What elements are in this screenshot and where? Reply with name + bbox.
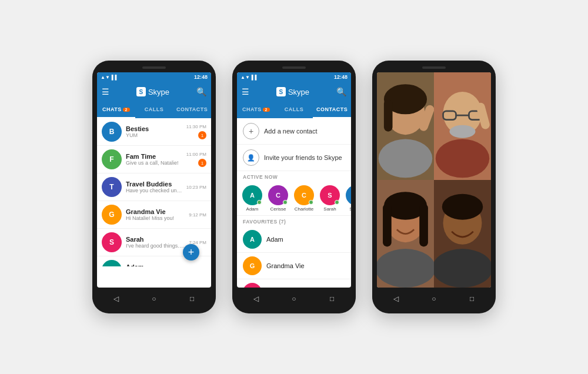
chats-badge-2: 2 [263,108,270,112]
svg-point-19 [377,249,434,288]
add-contact-action[interactable]: + Add a new contact [237,118,351,145]
home-btn-1[interactable]: ○ [148,295,160,303]
logo-area-2: S Skype [253,87,333,96]
svg-rect-18 [419,203,428,246]
add-contact-label: Add a new contact [264,128,318,135]
app-title-2: Skype [288,88,309,96]
invite-friends-action[interactable]: 👤 Invite your friends to Skype [237,145,351,171]
chat-meta-travel: 10:23 PM [186,185,206,190]
phone-screen-contacts: ▲▼ ▌▌ 12:48 ☰ S Skype 🔍 CHATS 2 [237,72,351,288]
menu-icon-2[interactable]: ☰ [242,87,249,96]
tab-contacts-2[interactable]: CONTACTS [313,102,351,118]
fav-avatar-grandma: G [243,256,262,275]
online-dot-adam [257,200,262,205]
phone-video: ◁ ○ □ [372,61,496,313]
svg-rect-3 [384,99,393,132]
back-btn-3[interactable]: ◁ [390,295,402,303]
chat-content-adam: Adam I'm almost done [126,263,185,266]
scene: ▲▼ ▌▌ 12:48 ☰ S Skype 🔍 CHATS 2 [81,49,507,325]
active-sarah[interactable]: S Sarah [319,185,340,212]
chats-badge-1: 2 [123,108,130,112]
wifi-icon-2: ▲▼ [240,75,250,80]
chat-meta-famtime: 11:00 PM 1 [186,152,206,167]
home-btn-2[interactable]: ○ [288,295,300,303]
back-btn-1[interactable]: ◁ [110,295,122,303]
svg-point-22 [442,194,483,220]
chat-content-besties: Besties YUM [126,125,182,138]
phone-speaker-2 [282,66,306,69]
avatar-travel: T [102,177,122,197]
fav-avatar-sarah: S [243,283,262,288]
back-btn-2[interactable]: ◁ [250,295,262,303]
video-quad-man-waving [434,72,491,180]
video-quad-woman-waving [377,72,434,180]
active-charlotte[interactable]: C Charlotte [293,185,315,212]
active-avatar-cerisse: C [268,185,288,205]
online-dot-sarah [335,200,339,205]
svg-point-11 [450,125,476,138]
active-cerisse[interactable]: C Cerisse [268,185,289,212]
status-bar-2: ▲▼ ▌▌ 12:48 [237,72,351,82]
online-dot-charlotte [309,200,313,205]
avatar-famtime: F [102,149,122,169]
video-quad-man-smiling [434,180,491,288]
app-bar-2: ☰ S Skype 🔍 [237,82,351,102]
time-display-1: 12:48 [194,74,208,80]
chat-item-famtime[interactable]: F Fam Time Give us a call, Natalie! 11:0… [97,146,211,173]
recent-btn-3[interactable]: □ [466,295,478,303]
tab-contacts-1[interactable]: CONTACTS [173,102,211,118]
tabs-1: CHATS 2 CALLS CONTACTS [97,102,211,118]
fab-button[interactable]: + [183,244,199,261]
phone-chats: ▲▼ ▌▌ 12:48 ☰ S Skype 🔍 CHATS 2 [92,61,216,313]
chat-item-travel[interactable]: T Travel Buddies Have you checked under … [97,173,211,201]
active-avatar-adam: A [242,185,262,205]
invite-icon: 👤 [243,149,259,166]
active-now-label: ACTIVE NOW [237,171,351,182]
fav-grandma[interactable]: G Grandma Vie [237,253,351,279]
app-bar-1: ☰ S Skype 🔍 [97,82,211,102]
status-bar-1: ▲▼ ▌▌ 12:48 [97,72,211,82]
tab-chats-2[interactable]: CHATS 2 [237,102,275,118]
menu-icon-1[interactable]: ☰ [102,87,109,96]
search-icon-1[interactable]: 🔍 [196,87,206,96]
skype-logo-1: S [136,87,146,96]
phone-nav-2: ◁ ○ □ [237,291,351,306]
phone-screen-chats: ▲▼ ▌▌ 12:48 ☰ S Skype 🔍 CHATS 2 [97,72,211,288]
chat-item-grandma[interactable]: G Grandma Vie Hi Natalie! Miss you! 9:12… [97,201,211,229]
search-icon-2[interactable]: 🔍 [336,87,346,96]
active-seren[interactable]: S Seren [345,185,351,212]
active-adam[interactable]: A Adam [242,185,263,212]
recent-btn-2[interactable]: □ [326,295,338,303]
fav-sarah[interactable]: S Sarah [237,279,351,288]
recent-btn-1[interactable]: □ [186,295,198,303]
signal-icon: ▌▌ [112,75,118,80]
unread-badge-besties: 1 [198,131,206,139]
svg-point-23 [434,249,491,288]
phone-speaker-3 [422,66,446,69]
fav-adam[interactable]: A Adam [237,226,351,253]
video-quad-woman-smiling [377,180,434,288]
invite-label: Invite your friends to Skype [264,154,342,161]
chat-meta-grandma: 9:12 PM [189,212,206,218]
add-contact-icon: + [243,123,259,139]
app-title-1: Skype [148,88,169,96]
svg-rect-17 [383,203,392,246]
unread-badge-famtime: 1 [198,159,206,167]
tab-calls-2[interactable]: CALLS [275,102,313,118]
skype-logo-2: S [276,87,286,96]
home-btn-3[interactable]: ○ [428,295,440,303]
avatar-grandma: G [102,205,122,225]
favourites-label: FAVOURITES (7) [237,216,351,226]
tab-calls-1[interactable]: CALLS [135,102,173,118]
chat-content-famtime: Fam Time Give us a call, Natalie! [126,153,182,166]
wifi-icon: ▲▼ [101,75,110,80]
chat-meta-besties: 11:30 PM 1 [186,124,206,139]
avatar-besties: B [102,122,122,142]
chat-item-besties[interactable]: B Besties YUM 11:30 PM 1 [97,118,211,146]
phone-contacts: ▲▼ ▌▌ 12:48 ☰ S Skype 🔍 CHATS 2 [232,61,356,313]
time-display-2: 12:48 [334,74,348,80]
tab-chats-1[interactable]: CHATS 2 [97,102,135,118]
active-now-row: A Adam C Cerisse C [237,182,351,216]
chat-content-sarah: Sarah I've heard good things. Serena sai… [126,236,185,249]
avatar-sarah: S [102,232,122,252]
